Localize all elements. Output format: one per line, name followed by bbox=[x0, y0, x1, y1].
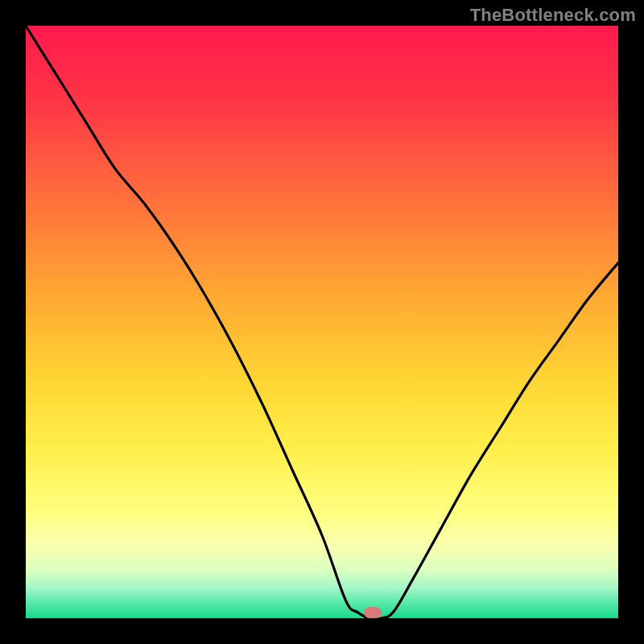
chart-frame: TheBottleneck.com bbox=[0, 0, 644, 644]
optimal-point-marker bbox=[364, 607, 382, 618]
watermark-text: TheBottleneck.com bbox=[470, 5, 636, 26]
bottleneck-curve bbox=[26, 26, 618, 618]
plot-area bbox=[26, 26, 618, 618]
